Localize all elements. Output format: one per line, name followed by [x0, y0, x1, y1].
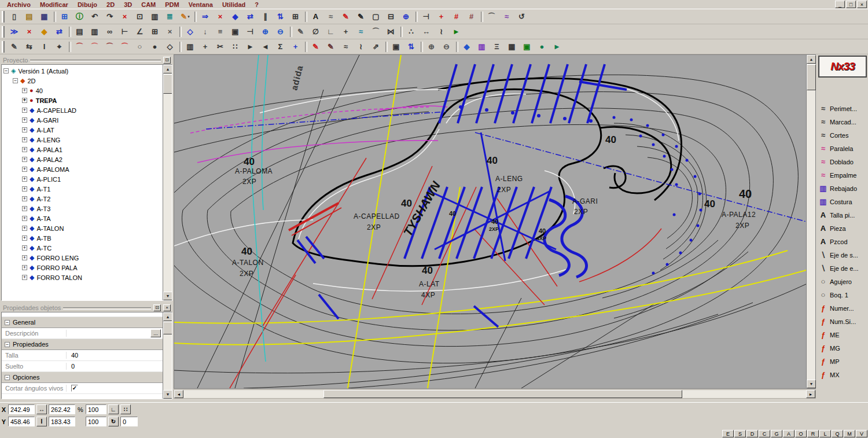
preview-button[interactable]: ▥: [148, 10, 163, 23]
tool-numer[interactable]: ƒ Numer...: [817, 301, 868, 315]
select-piece-button[interactable]: ◆: [37, 25, 52, 38]
tool-mg[interactable]: ƒ MG: [817, 341, 868, 355]
grid-button[interactable]: ⊞: [288, 10, 303, 23]
scissors-button[interactable]: ✂: [213, 41, 228, 53]
scroll-up-icon[interactable]: ▲: [807, 55, 816, 64]
arc-red-1-button[interactable]: ⌒: [72, 41, 87, 53]
play-right-button[interactable]: ►: [243, 41, 258, 53]
panel-button[interactable]: ⊟: [384, 10, 399, 23]
expand-icon[interactable]: +: [22, 157, 27, 162]
height-icon[interactable]: I: [36, 417, 47, 426]
canvas-horizontal-scrollbar[interactable]: ◄ ►: [174, 389, 816, 399]
menu-item[interactable]: Ventana: [184, 1, 218, 9]
drawing-canvas[interactable]: 40 40 40 40 40 40 40 40 40 40 40 2XP 4XP…: [174, 55, 806, 388]
expand-icon[interactable]: +: [22, 108, 27, 113]
ruler-button[interactable]: ⊣: [419, 10, 434, 23]
gauge-button[interactable]: ⊣: [243, 25, 258, 38]
menu-item[interactable]: 3D: [119, 1, 137, 9]
delta-x-field[interactable]: [49, 404, 75, 414]
properties-scrollbar[interactable]: ▲ ▼: [163, 312, 172, 399]
tree-item[interactable]: + ◆ A-T3: [3, 204, 161, 214]
tree-root-row[interactable]: − ◈ Versión 1 (Actual): [3, 66, 161, 76]
hatch-2-button[interactable]: ▥: [475, 41, 490, 53]
target-button[interactable]: ⌖: [52, 41, 67, 53]
grid-3-button[interactable]: ▦: [505, 41, 520, 53]
tree-group-row[interactable]: − ◆ 2D: [3, 76, 161, 86]
grading-2-button[interactable]: #: [464, 10, 479, 23]
expand-icon[interactable]: +: [22, 206, 27, 211]
net-button[interactable]: ⊞: [148, 25, 163, 38]
tree-item[interactable]: + ● 40: [3, 86, 161, 95]
tree-item[interactable]: + ◆ FORRO TALON: [3, 273, 161, 282]
span-button[interactable]: ↔: [419, 25, 434, 38]
scroll-down-icon[interactable]: ▼: [807, 380, 816, 388]
dot-button[interactable]: ●: [148, 41, 163, 53]
expand-icon[interactable]: +: [22, 127, 27, 132]
layer-letter-button[interactable]: G: [771, 430, 782, 437]
angle-field[interactable]: [120, 417, 138, 426]
tree-item[interactable]: + ◆ A-GARI: [3, 115, 161, 125]
descripcion-value[interactable]: ...: [67, 329, 163, 337]
pencil-edit-button[interactable]: ✎: [7, 41, 22, 53]
rectangle-button[interactable]: ▢: [369, 10, 384, 23]
expand-icon[interactable]: +: [22, 98, 27, 103]
ibeam-button[interactable]: I: [37, 41, 52, 53]
expand-icon[interactable]: +: [22, 167, 27, 172]
dots-2-button[interactable]: ∷: [228, 41, 243, 53]
width-icon[interactable]: ↔: [36, 404, 47, 414]
chain-button[interactable]: ∞: [102, 25, 117, 38]
layer-letter-button[interactable]: C: [759, 430, 770, 437]
tool-pieza[interactable]: A Pieza: [817, 222, 868, 235]
frame-2-button[interactable]: ▣: [389, 41, 404, 53]
tool-paralela[interactable]: ≈ Paralela: [817, 142, 868, 155]
dock-icon[interactable]: ⊡: [163, 57, 171, 64]
tool-mx[interactable]: ƒ MX: [817, 368, 868, 381]
tree-item[interactable]: + ◆ A-LAT: [3, 125, 161, 135]
new-file-button[interactable]: ▯: [7, 10, 22, 23]
tree-item[interactable]: + ◆ A-T1: [3, 184, 161, 194]
tool-costura[interactable]: ▥ Costura: [817, 195, 868, 208]
tool-marcado[interactable]: ≈ Marcad...: [817, 115, 868, 128]
wave-3-button[interactable]: ≈: [354, 25, 369, 38]
arc-red-3-button[interactable]: ⌒: [102, 41, 117, 53]
tree-item[interactable]: + ◆ A-TB: [3, 233, 161, 243]
collapse-icon[interactable]: −: [13, 78, 18, 83]
minimize-button[interactable]: _: [835, 1, 845, 8]
tool-me[interactable]: ƒ ME: [817, 328, 868, 341]
tool-perimetro[interactable]: ≈ Perimet...: [817, 102, 868, 115]
expand-icon[interactable]: +: [22, 196, 27, 201]
ellipse-button[interactable]: ○: [133, 41, 148, 53]
section-opciones[interactable]: − Opciones: [2, 372, 163, 383]
media-button[interactable]: ▣: [520, 41, 535, 53]
layer-letter-button[interactable]: A: [783, 430, 795, 437]
pen-style-button[interactable]: ✎▾: [178, 10, 193, 23]
scroll-up-icon[interactable]: ▲: [163, 65, 172, 73]
squiggle-button[interactable]: ≀: [434, 25, 449, 38]
tree-item[interactable]: + ◆ A-TA: [3, 214, 161, 223]
delete-group-button[interactable]: ×: [22, 25, 37, 38]
squiggle-2-button[interactable]: ≀: [354, 41, 369, 53]
piece-button[interactable]: ◆: [228, 10, 243, 23]
wave-4-button[interactable]: ≈: [339, 41, 354, 53]
tree-item[interactable]: + ◆ FORRO PALA: [3, 263, 161, 273]
expand-icon[interactable]: +: [22, 265, 27, 270]
scrollbar-thumb[interactable]: [163, 322, 172, 334]
layer-letter-button[interactable]: E: [722, 430, 734, 437]
collapse-icon[interactable]: −: [5, 320, 10, 325]
xi-button[interactable]: Ξ: [490, 41, 505, 53]
zoom-out-button[interactable]: ⊖: [273, 25, 288, 38]
tree-item[interactable]: + ◆ FORRO LENG: [3, 253, 161, 263]
menu-item[interactable]: Utilidad: [218, 1, 250, 9]
globe-button[interactable]: ●: [535, 41, 550, 53]
pieces-forward-button[interactable]: ≫: [7, 25, 22, 38]
zoom-in-2-button[interactable]: ⊕: [424, 41, 439, 53]
zoom-out-2-button[interactable]: ⊖: [439, 41, 454, 53]
scrollbar-thumb[interactable]: [807, 64, 816, 90]
scroll-right-icon[interactable]: ►: [806, 390, 815, 398]
layer-letter-button[interactable]: R: [807, 430, 819, 437]
print-button[interactable]: ⊡: [133, 10, 148, 23]
pencil-button[interactable]: ✎: [293, 25, 308, 38]
tree-item[interactable]: + ◆ A-PALOMA: [3, 164, 161, 174]
scroll-down-icon[interactable]: ▼: [163, 292, 172, 300]
tree-item[interactable]: + ◆ A-CAPELLAD: [3, 105, 161, 115]
